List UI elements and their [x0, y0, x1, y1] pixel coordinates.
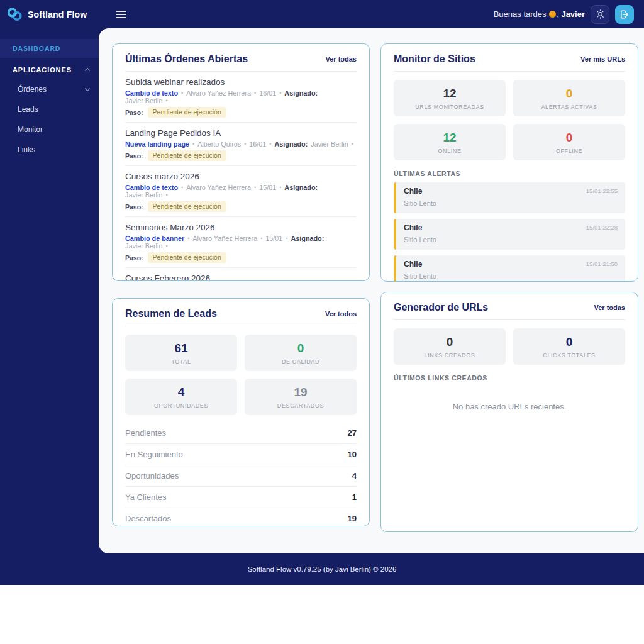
- hamburger-menu-icon[interactable]: [116, 9, 128, 20]
- order-item: Landing Page Pedidos IA Nueva landing pa…: [125, 123, 357, 166]
- chevron-up-icon: [85, 68, 90, 73]
- user-name: Javier: [561, 9, 585, 19]
- ver-todas-ordenes-link[interactable]: Ver todas: [325, 55, 357, 63]
- order-type-link[interactable]: Nueva landing page: [125, 140, 189, 148]
- stat-urls-monitoreadas: 12 URLS MONITOREADAS: [394, 80, 506, 116]
- status-badge: Pendiente de ejecución: [148, 150, 226, 161]
- sidebar-item-links[interactable]: Links: [0, 140, 99, 160]
- order-date: 15/01: [259, 184, 276, 191]
- alert-item: Chile Sitio Lento 15/01 21:50: [394, 255, 625, 282]
- stat-links-creados: 0 LINKS CREADOS: [394, 328, 506, 365]
- order-author: Alvaro Yañez Herrera: [186, 184, 251, 191]
- lead-row: Descartados19: [125, 508, 357, 526]
- sidebar-section-aplicaciones[interactable]: APLICACIONES: [0, 58, 99, 79]
- order-item: Cursos marzo 2026 Cambio de texto • Alva…: [125, 166, 357, 217]
- alert-item: Chile Sitio Lento 15/01 22:28: [394, 219, 625, 250]
- lead-row: En Seguimiento10: [125, 444, 357, 465]
- order-author: Alberto Quiros: [197, 140, 241, 148]
- ver-mis-urls-link[interactable]: Ver mis URLs: [580, 55, 625, 63]
- order-item: Subida webinar realizados Cambio de text…: [125, 72, 357, 123]
- card-ultimas-ordenes: Últimas Órdenes Abiertas Ver todas Subid…: [112, 43, 370, 281]
- sun-icon: [596, 9, 605, 19]
- order-assignee: Javier Berlin: [125, 97, 162, 104]
- stat-alertas-activas: 0 ALERTAS ACTIVAS: [513, 80, 625, 116]
- order-assignee: Javier Berlin: [311, 140, 348, 148]
- alert-timestamp: 15/01 21:50: [586, 260, 618, 280]
- stat-leads-oportunidades: 4 OPORTUNIDADES: [125, 379, 237, 415]
- theme-toggle-button[interactable]: [591, 5, 609, 24]
- order-assignee: Javier Berlin: [125, 191, 162, 199]
- order-assignee: Javier Berlin: [125, 242, 162, 250]
- ultimas-alertas-heading: ÚLTIMAS ALERTAS: [394, 170, 625, 177]
- card-title-monitor: Monitor de Sitios: [394, 53, 475, 65]
- sidebar-item-monitor[interactable]: Monitor: [0, 119, 99, 140]
- navbar-right: Buenas tardes , Javier: [494, 5, 644, 24]
- order-type-link[interactable]: Cambio de texto: [125, 184, 178, 191]
- ver-todas-urls-link[interactable]: Ver todas: [594, 304, 625, 311]
- stat-offline: 0 OFFLINE: [513, 124, 625, 160]
- card-title-leads: Resumen de Leads: [125, 308, 217, 319]
- alert-item: Chile Sitio Lento 15/01 22:55: [394, 182, 625, 213]
- logout-icon: [619, 9, 630, 19]
- sidebar-item-ordenes[interactable]: Órdenes: [0, 79, 99, 99]
- brand: Softland Flow: [0, 7, 99, 22]
- card-title-ordenes: Últimas Órdenes Abiertas: [125, 53, 248, 65]
- card-generador-urls: Generador de URLs Ver todas 0 LINKS CREA…: [380, 292, 638, 532]
- card-monitor-sitios: Monitor de Sitios Ver mis URLs 12 URLS M…: [380, 43, 638, 282]
- stat-leads-descartados: 19 DESCARTADOS: [245, 379, 357, 415]
- order-author: Alvaro Yañez Herrera: [186, 89, 251, 97]
- card-resumen-leads: Resumen de Leads Ver todos 61 TOTAL 0 DE…: [112, 298, 370, 526]
- lead-row: Pendientes27: [125, 423, 357, 444]
- footer-text: Softland Flow v0.79.25 (by Javi Berlin) …: [248, 565, 397, 573]
- sidebar-item-dashboard[interactable]: DASHBOARD: [0, 39, 99, 58]
- sun-emoji: [549, 11, 556, 18]
- status-badge: Pendiente de ejecución: [148, 252, 226, 263]
- stat-clicks-totales: 0 CLICKS TOTALES: [513, 328, 625, 365]
- lead-row: Oportunidades4: [125, 465, 357, 487]
- top-navbar: Softland Flow Buenas tardes , Javier: [0, 0, 644, 28]
- footer: Softland Flow v0.79.25 (by Javi Berlin) …: [0, 553, 644, 585]
- order-date: 15/01: [265, 235, 282, 242]
- sidebar: DASHBOARD APLICACIONES Órdenes Leads Mon…: [0, 28, 99, 553]
- order-item: Cursos Feberero 2026 Cambio de texto • A…: [125, 268, 357, 281]
- alert-timestamp: 15/01 22:55: [586, 187, 618, 207]
- logout-button[interactable]: [615, 5, 634, 24]
- alert-timestamp: 15/01 22:28: [586, 224, 618, 243]
- app-window: Softland Flow Buenas tardes , Javier: [0, 0, 644, 585]
- stat-leads-calidad: 0 DE CALIDAD: [245, 335, 357, 371]
- card-title-generador: Generador de URLs: [394, 302, 488, 313]
- empty-links-message: No has creado URLs recientes.: [394, 402, 625, 411]
- lead-row: Ya Clientes1: [125, 487, 357, 508]
- brand-name: Softland Flow: [28, 9, 87, 19]
- sidebar-item-leads[interactable]: Leads: [0, 99, 99, 119]
- stat-leads-total: 61 TOTAL: [125, 335, 237, 371]
- status-badge: Pendiente de ejecución: [148, 107, 226, 118]
- ultimos-links-heading: ÚLTIMOS LINKS CREADOS: [394, 374, 625, 382]
- order-author: Alvaro Yañez Herrera: [192, 235, 257, 242]
- softland-flow-logo-icon: [7, 7, 23, 22]
- status-badge: Pendiente de ejecución: [148, 201, 226, 212]
- order-date: 16/01: [249, 140, 266, 148]
- main-content: Últimas Órdenes Abiertas Ver todas Subid…: [99, 28, 644, 553]
- stat-online: 12 ONLINE: [394, 124, 506, 160]
- greeting-text: Buenas tardes , Javier: [494, 9, 585, 19]
- order-date: 16/01: [259, 89, 276, 97]
- order-type-link[interactable]: Cambio de banner: [125, 235, 184, 242]
- ver-todos-leads-link[interactable]: Ver todos: [325, 310, 357, 318]
- chevron-down-icon: [85, 86, 90, 91]
- order-type-link[interactable]: Cambio de texto: [125, 89, 178, 97]
- order-item: Seminarios Marzo 2026 Cambio de banner •…: [125, 217, 357, 268]
